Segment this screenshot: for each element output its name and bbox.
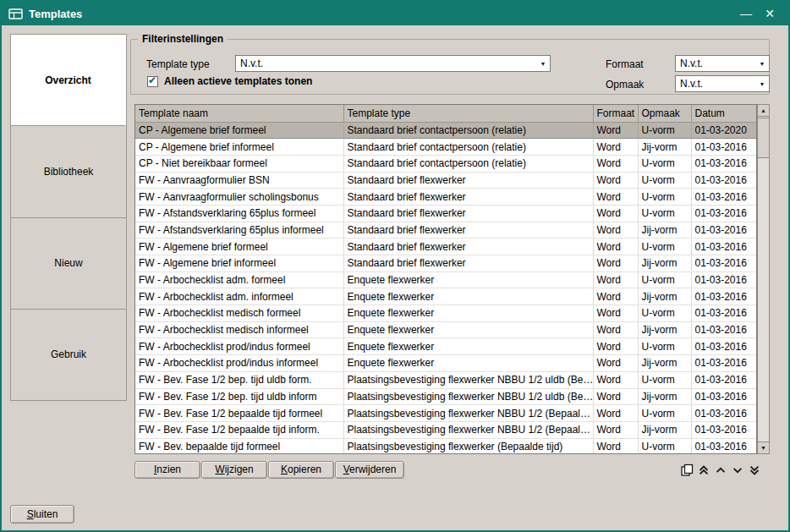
button-label: luiten — [34, 508, 58, 520]
column-header-template-type[interactable]: Template type — [343, 105, 593, 122]
cell-opmaak: U-vorm — [638, 271, 691, 288]
cell-template-type: Enquete flexwerker — [343, 305, 593, 322]
cell-template-type: Standaard brief flexwerker — [343, 172, 593, 189]
template-type-value: N.v.t. — [240, 58, 536, 69]
chevron-down-icon: ▼ — [755, 81, 769, 87]
filter-groupbox: Filterinstellingen Template type N.v.t. … — [130, 39, 770, 95]
scroll-up-icon[interactable]: ▲ — [758, 105, 769, 117]
scroll-down-icon[interactable]: ▼ — [758, 442, 769, 453]
cell-datum: 01-03-2016 — [691, 388, 756, 405]
sidebar-item-gebruik[interactable]: Gebruik — [11, 310, 126, 400]
cell-formaat: Word — [593, 239, 638, 255]
active-templates-checkbox-label: Alleen actieve templates tonen — [164, 75, 312, 87]
column-header-formaat[interactable]: Formaat — [593, 105, 638, 122]
table-row[interactable]: FW - Arbochecklist adm. formeelEnquete f… — [135, 271, 756, 288]
cell-formaat: Word — [593, 405, 638, 422]
cell-formaat: Word — [593, 122, 638, 139]
cell-template-naam: FW - Afstandsverklaring 65plus informeel — [135, 222, 343, 239]
cell-opmaak: Jij-vorm — [638, 222, 691, 239]
table-row[interactable]: FW - Arbochecklist medisch formeelEnquet… — [135, 305, 756, 322]
cell-template-type: Standaard brief flexwerker — [343, 189, 593, 206]
cell-template-naam: FW - Arbochecklist medisch informeel — [135, 321, 343, 338]
opmaak-select[interactable]: N.v.t. ▼ — [675, 75, 770, 92]
cell-opmaak: U-vorm — [638, 405, 691, 422]
button-label: V — [343, 463, 349, 475]
sidebar-item-overzicht[interactable]: Overzicht — [11, 35, 126, 126]
cell-template-type: Plaatsingsbevestiging flexwerker NBBU 1/… — [343, 421, 593, 438]
table-row[interactable]: FW - Bev. Fase 1/2 bep. tijd uldb form.P… — [135, 371, 756, 388]
table-row[interactable]: FW - Bev. Fase 1/2 bepaalde tijd inform.… — [135, 421, 756, 438]
vertical-scrollbar[interactable]: ▲ ▼ — [757, 104, 770, 454]
minimize-button[interactable]: — — [734, 3, 758, 24]
table-row[interactable]: FW - Bev. Fase 1/2 bepaalde tijd formeel… — [135, 405, 756, 422]
copy-icon[interactable] — [678, 462, 695, 479]
cell-template-type: Enquete flexwerker — [343, 288, 593, 305]
table-row[interactable]: CP - Niet bereikbaar formeelStandaard br… — [135, 155, 756, 172]
cell-datum: 01-03-2016 — [691, 355, 756, 372]
sidebar-item-nieuw[interactable]: Nieuw — [11, 218, 126, 310]
table-row[interactable]: FW - Aanvraagformulier scholingsbonusSta… — [135, 189, 756, 206]
table-row[interactable]: FW - Arbochecklist prod/indus informeelE… — [135, 355, 756, 372]
verwijderen-button[interactable]: Verwijderen — [335, 461, 404, 479]
sidebar-tabs: Overzicht Bibliotheek Nieuw Gebruik — [10, 34, 127, 401]
wijzigen-button[interactable]: Wijzigen — [201, 461, 267, 479]
cell-template-naam: CP - Algemene brief formeel — [135, 122, 343, 139]
table-row[interactable]: FW - Algemene brief informeelStandaard b… — [135, 255, 756, 272]
table-row[interactable]: CP - Algemene brief informeelStandaard b… — [135, 139, 756, 156]
cell-formaat: Word — [593, 189, 638, 206]
formaat-label: Formaat — [606, 58, 644, 70]
table-row[interactable]: FW - Bev. bepaalde tijd formeelPlaatsing… — [135, 438, 756, 454]
kopieren-button[interactable]: Kopieren — [268, 461, 334, 479]
cell-template-naam: FW - Algemene brief informeel — [135, 255, 343, 272]
table-row[interactable]: CP - Algemene brief formeelStandaard bri… — [135, 122, 756, 139]
templates-window: Templates — ✕ Overzicht Bibliotheek Nieu… — [0, 0, 790, 532]
sidebar-item-label: Nieuw — [54, 257, 82, 269]
cell-template-type: Standaard brief flexwerker — [343, 255, 593, 272]
template-type-select[interactable]: N.v.t. ▼ — [235, 55, 551, 72]
table-row[interactable]: FW - Arbochecklist prod/indus formeelEnq… — [135, 338, 756, 355]
button-label: S — [27, 508, 34, 520]
cell-formaat: Word — [593, 305, 638, 322]
table-row[interactable]: FW - Arbochecklist medisch informeelEnqu… — [135, 321, 756, 338]
cell-formaat: Word — [593, 172, 638, 189]
close-button[interactable]: ✕ — [758, 3, 782, 24]
template-table-body: CP - Algemene brief formeelStandaard bri… — [135, 122, 756, 454]
formaat-select[interactable]: N.v.t. ▼ — [675, 55, 770, 72]
column-header-template-naam[interactable]: Template naam — [135, 105, 343, 122]
sluiten-button[interactable]: Sluiten — [10, 505, 74, 524]
cell-opmaak: U-vorm — [638, 338, 691, 355]
active-templates-checkbox[interactable]: ✔ — [147, 76, 158, 87]
opmaak-label: Opmaak — [606, 79, 644, 90]
cell-template-type: Standaard brief contactpersoon (relatie) — [343, 155, 593, 172]
table-header-row: Template naam Template type Formaat Opma… — [135, 105, 756, 122]
table-row[interactable]: FW - Algemene brief formeelStandaard bri… — [135, 239, 756, 255]
cell-template-naam: FW - Bev. Fase 1/2 bep. tijd uldb form. — [135, 371, 343, 388]
table-row[interactable]: FW - Aanvraagformulier BSNStandaard brie… — [135, 172, 756, 189]
table-row[interactable]: FW - Afstandsverklaring 65plus informeel… — [135, 222, 756, 239]
cell-template-naam: FW - Aanvraagformulier scholingsbonus — [135, 189, 343, 206]
sidebar-item-bibliotheek[interactable]: Bibliotheek — [11, 126, 126, 217]
column-header-datum[interactable]: Datum — [691, 105, 756, 122]
cell-template-naam: CP - Algemene brief informeel — [135, 139, 343, 156]
cell-formaat: Word — [593, 288, 638, 305]
scrollbar-thumb[interactable] — [758, 118, 769, 158]
cell-opmaak: U-vorm — [638, 189, 691, 206]
next-record-icon[interactable] — [729, 462, 746, 479]
column-header-opmaak[interactable]: Opmaak — [638, 105, 691, 122]
formaat-value: N.v.t. — [680, 58, 755, 69]
cell-opmaak: U-vorm — [638, 305, 691, 322]
dialog-body: Overzicht Bibliotheek Nieuw Gebruik Filt… — [2, 25, 788, 530]
button-label: K — [281, 463, 288, 475]
table-row[interactable]: FW - Afstandsverklaring 65plus formeelSt… — [135, 205, 756, 222]
templates-table: Template naam Template type Formaat Opma… — [134, 104, 757, 454]
previous-record-icon[interactable] — [712, 462, 729, 479]
cell-formaat: Word — [593, 205, 638, 222]
cell-datum: 01-03-2016 — [691, 371, 756, 388]
table-row[interactable]: FW - Bev. Fase 1/2 bep. tijd uldb inform… — [135, 388, 756, 405]
first-record-icon[interactable] — [695, 462, 712, 479]
cell-opmaak: U-vorm — [638, 172, 691, 189]
cell-datum: 01-03-2016 — [691, 155, 756, 172]
table-row[interactable]: FW - Arbochecklist adm. informeelEnquete… — [135, 288, 756, 305]
inzien-button[interactable]: Inzien — [134, 461, 200, 479]
last-record-icon[interactable] — [746, 462, 763, 479]
